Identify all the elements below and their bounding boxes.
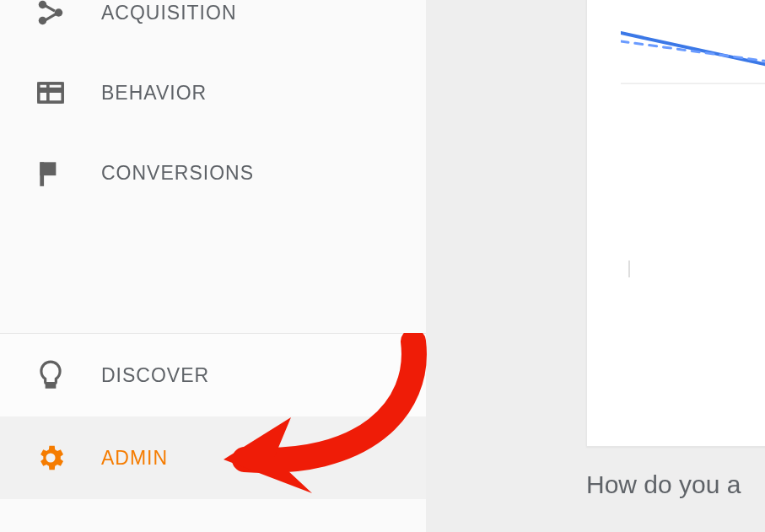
sidebar-item-conversions[interactable]: CONVERSIONS <box>0 139 426 207</box>
sidebar-item-acquisition[interactable]: ACQUISITION <box>0 0 426 46</box>
chart-plot <box>621 16 765 277</box>
chart-card: 04 May Last 7 days <box>586 0 765 447</box>
question-heading: How do you a <box>586 470 741 499</box>
sidebar-item-behavior[interactable]: BEHAVIOR <box>0 59 426 126</box>
discover-icon <box>34 358 67 392</box>
sidebar-item-label: ADMIN <box>101 447 168 470</box>
admin-icon <box>34 441 67 475</box>
sidebar-item-label: BEHAVIOR <box>101 82 207 105</box>
sidebar-item-discover[interactable]: DISCOVER <box>0 334 426 416</box>
svg-rect-4 <box>44 13 57 22</box>
sidebar-item-label: ACQUISITION <box>101 2 237 24</box>
svg-line-12 <box>621 41 765 67</box>
nav-section-reports: ACQUISITION BEHAVIOR CONVERSIONS <box>0 0 426 207</box>
content-area: 04 May Last 7 days How do you a <box>426 0 765 532</box>
svg-line-11 <box>621 33 765 73</box>
acquisition-icon <box>34 0 67 30</box>
sidebar-item-admin[interactable]: ADMIN <box>0 416 426 499</box>
conversions-icon <box>34 156 67 190</box>
svg-rect-8 <box>40 162 44 186</box>
sidebar-item-label: DISCOVER <box>101 364 209 387</box>
sidebar-item-label: CONVERSIONS <box>101 162 254 185</box>
behavior-icon <box>34 76 67 110</box>
sidebar: ACQUISITION BEHAVIOR CONVERSIONS DISCOVE… <box>0 0 426 532</box>
